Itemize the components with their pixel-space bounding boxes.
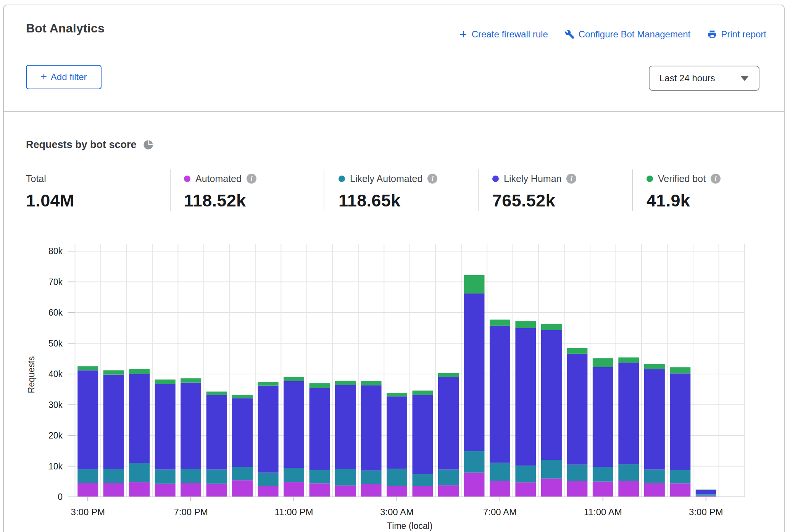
bar-segment-likely-human[interactable] [155, 384, 176, 470]
bar-segment-likely-human[interactable] [335, 385, 356, 469]
bar-segment-likely-automated[interactable] [515, 466, 536, 482]
bar-segment-likely-human[interactable] [103, 375, 124, 469]
bar-segment-verified-bot[interactable] [155, 379, 176, 384]
bar-segment-likely-automated[interactable] [284, 468, 304, 482]
bar-segment-verified-bot[interactable] [103, 370, 124, 374]
bar-segment-automated[interactable] [490, 481, 510, 497]
bar-segment-automated[interactable] [670, 484, 690, 497]
bar-segment-verified-bot[interactable] [77, 366, 98, 370]
bar-segment-automated[interactable] [77, 483, 98, 497]
bar-segment-likely-automated[interactable] [490, 463, 510, 481]
bar-segment-likely-automated[interactable] [696, 495, 716, 496]
bar-segment-automated[interactable] [181, 483, 201, 497]
bar-segment-automated[interactable] [413, 486, 433, 497]
bar-segment-verified-bot[interactable] [181, 378, 201, 382]
bar-segment-likely-automated[interactable] [181, 469, 201, 483]
bar-segment-likely-human[interactable] [644, 369, 665, 469]
bar-segment-verified-bot[interactable] [232, 395, 253, 398]
requests-by-bot-score-chart[interactable]: 010k20k30k40k50k60k70k80k3:00 PM7:00 PM1… [0, 0, 790, 532]
bar-segment-verified-bot[interactable] [567, 348, 587, 354]
bar-segment-likely-human[interactable] [618, 363, 639, 464]
bar-segment-verified-bot[interactable] [438, 373, 459, 377]
bar-segment-likely-human[interactable] [206, 395, 227, 470]
bar-segment-automated[interactable] [361, 484, 382, 497]
bar-segment-verified-bot[interactable] [541, 324, 562, 330]
bar-segment-automated[interactable] [541, 479, 562, 497]
bar-segment-likely-human[interactable] [129, 374, 150, 463]
bar-segment-likely-human[interactable] [284, 381, 304, 468]
bar-segment-automated[interactable] [258, 486, 279, 497]
bar-segment-likely-human[interactable] [670, 373, 690, 470]
bar-segment-automated[interactable] [206, 484, 227, 497]
bar-segment-likely-human[interactable] [77, 370, 98, 469]
bar-segment-likely-automated[interactable] [541, 460, 562, 478]
bar-segment-verified-bot[interactable] [387, 393, 407, 397]
bar-segment-likely-automated[interactable] [644, 469, 665, 483]
bar-segment-verified-bot[interactable] [696, 490, 716, 490]
bar-segment-verified-bot[interactable] [413, 390, 433, 395]
bar-segment-likely-automated[interactable] [206, 469, 227, 484]
bar-segment-likely-automated[interactable] [310, 470, 330, 484]
bar-segment-likely-human[interactable] [490, 326, 510, 463]
bar-segment-likely-automated[interactable] [413, 474, 433, 486]
bar-segment-likely-automated[interactable] [361, 471, 382, 484]
bar-segment-automated[interactable] [515, 482, 536, 497]
bar-segment-automated[interactable] [644, 483, 665, 497]
bar-segment-likely-automated[interactable] [464, 451, 484, 472]
bar-segment-likely-automated[interactable] [258, 472, 279, 486]
bar-segment-likely-automated[interactable] [438, 469, 459, 485]
bar-segment-likely-automated[interactable] [77, 469, 98, 483]
bar-segment-automated[interactable] [232, 480, 253, 497]
bar-segment-verified-bot[interactable] [515, 321, 536, 328]
bar-segment-likely-automated[interactable] [618, 464, 639, 481]
bar-segment-verified-bot[interactable] [490, 320, 510, 326]
bar-segment-verified-bot[interactable] [335, 381, 356, 385]
bar-segment-likely-human[interactable] [464, 293, 484, 451]
bar-segment-likely-automated[interactable] [387, 469, 407, 486]
bar-segment-likely-human[interactable] [387, 397, 407, 469]
bar-segment-automated[interactable] [438, 485, 459, 497]
bar-segment-verified-bot[interactable] [129, 369, 150, 374]
bar-segment-automated[interactable] [310, 484, 330, 497]
bar-segment-verified-bot[interactable] [593, 358, 613, 367]
bar-segment-automated[interactable] [618, 481, 639, 497]
bar-segment-likely-automated[interactable] [670, 470, 690, 484]
bar-segment-likely-automated[interactable] [593, 467, 613, 482]
bar-segment-verified-bot[interactable] [206, 392, 227, 395]
bar-segment-likely-human[interactable] [232, 398, 253, 467]
bar-segment-verified-bot[interactable] [644, 364, 665, 369]
bar-segment-verified-bot[interactable] [670, 367, 690, 373]
bar-segment-likely-human[interactable] [593, 367, 613, 467]
bar-segment-likely-human[interactable] [258, 386, 279, 473]
bar-segment-automated[interactable] [335, 485, 356, 497]
bar-segment-likely-human[interactable] [541, 330, 562, 460]
bar-segment-likely-automated[interactable] [103, 469, 124, 483]
bar-segment-verified-bot[interactable] [464, 275, 484, 293]
bar-segment-likely-human[interactable] [310, 388, 330, 470]
bar-segment-likely-human[interactable] [515, 328, 536, 466]
bar-segment-automated[interactable] [387, 486, 407, 497]
bar-segment-likely-human[interactable] [361, 385, 382, 471]
bar-segment-likely-automated[interactable] [129, 463, 150, 482]
bar-segment-verified-bot[interactable] [310, 383, 330, 388]
bar-segment-likely-human[interactable] [413, 395, 433, 474]
bar-segment-likely-human[interactable] [438, 377, 459, 469]
bar-segment-likely-human[interactable] [567, 354, 587, 465]
bar-segment-likely-automated[interactable] [335, 469, 356, 485]
bar-segment-automated[interactable] [593, 482, 613, 497]
bar-segment-automated[interactable] [464, 472, 484, 497]
bar-segment-likely-human[interactable] [696, 490, 716, 494]
bar-segment-automated[interactable] [155, 484, 176, 497]
bar-segment-verified-bot[interactable] [284, 377, 304, 381]
bar-segment-verified-bot[interactable] [618, 358, 639, 363]
bar-segment-verified-bot[interactable] [258, 382, 279, 386]
bar-segment-likely-automated[interactable] [567, 464, 587, 481]
bar-segment-automated[interactable] [567, 481, 587, 497]
bar-segment-likely-automated[interactable] [232, 467, 253, 480]
bar-segment-automated[interactable] [284, 482, 304, 497]
bar-segment-likely-human[interactable] [181, 383, 201, 469]
bar-segment-automated[interactable] [103, 483, 124, 497]
bar-segment-automated[interactable] [129, 482, 150, 497]
bar-segment-likely-automated[interactable] [155, 469, 176, 484]
bar-segment-verified-bot[interactable] [361, 381, 382, 385]
